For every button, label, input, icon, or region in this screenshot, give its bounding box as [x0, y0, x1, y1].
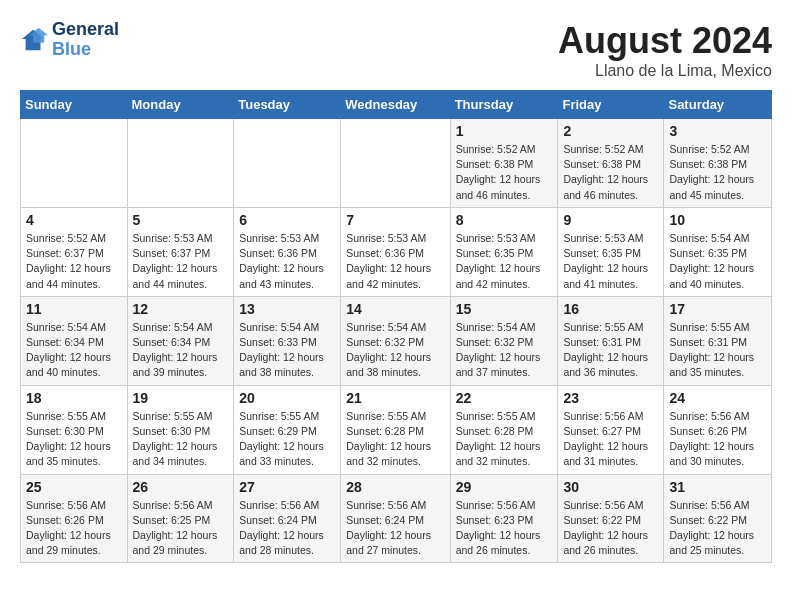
calendar-day: 23Sunrise: 5:56 AM Sunset: 6:27 PM Dayli…: [558, 385, 664, 474]
calendar-day-empty: [341, 119, 450, 208]
weekday-header: Friday: [558, 91, 664, 119]
day-number: 19: [133, 390, 229, 406]
day-number: 11: [26, 301, 122, 317]
day-info: Sunrise: 5:54 AM Sunset: 6:33 PM Dayligh…: [239, 320, 335, 381]
calendar-day: 7Sunrise: 5:53 AM Sunset: 6:36 PM Daylig…: [341, 207, 450, 296]
title-block: August 2024 Llano de la Lima, Mexico: [558, 20, 772, 80]
calendar-day: 21Sunrise: 5:55 AM Sunset: 6:28 PM Dayli…: [341, 385, 450, 474]
day-number: 1: [456, 123, 553, 139]
calendar-day: 25Sunrise: 5:56 AM Sunset: 6:26 PM Dayli…: [21, 474, 128, 563]
calendar-day-empty: [127, 119, 234, 208]
calendar-day: 16Sunrise: 5:55 AM Sunset: 6:31 PM Dayli…: [558, 296, 664, 385]
logo: General Blue: [20, 20, 119, 60]
calendar-day: 9Sunrise: 5:53 AM Sunset: 6:35 PM Daylig…: [558, 207, 664, 296]
day-info: Sunrise: 5:54 AM Sunset: 6:34 PM Dayligh…: [133, 320, 229, 381]
day-number: 12: [133, 301, 229, 317]
day-number: 31: [669, 479, 766, 495]
day-number: 26: [133, 479, 229, 495]
day-info: Sunrise: 5:52 AM Sunset: 6:38 PM Dayligh…: [669, 142, 766, 203]
day-info: Sunrise: 5:56 AM Sunset: 6:26 PM Dayligh…: [26, 498, 122, 559]
day-number: 22: [456, 390, 553, 406]
weekday-header: Monday: [127, 91, 234, 119]
day-info: Sunrise: 5:55 AM Sunset: 6:28 PM Dayligh…: [456, 409, 553, 470]
calendar-day: 30Sunrise: 5:56 AM Sunset: 6:22 PM Dayli…: [558, 474, 664, 563]
day-info: Sunrise: 5:54 AM Sunset: 6:32 PM Dayligh…: [346, 320, 444, 381]
calendar-week-row: 18Sunrise: 5:55 AM Sunset: 6:30 PM Dayli…: [21, 385, 772, 474]
calendar-body: 1Sunrise: 5:52 AM Sunset: 6:38 PM Daylig…: [21, 119, 772, 563]
day-number: 15: [456, 301, 553, 317]
calendar-week-row: 4Sunrise: 5:52 AM Sunset: 6:37 PM Daylig…: [21, 207, 772, 296]
day-number: 23: [563, 390, 658, 406]
day-info: Sunrise: 5:52 AM Sunset: 6:38 PM Dayligh…: [456, 142, 553, 203]
day-number: 9: [563, 212, 658, 228]
calendar-day: 29Sunrise: 5:56 AM Sunset: 6:23 PM Dayli…: [450, 474, 558, 563]
calendar-week-row: 25Sunrise: 5:56 AM Sunset: 6:26 PM Dayli…: [21, 474, 772, 563]
day-number: 14: [346, 301, 444, 317]
logo-text: General Blue: [52, 20, 119, 60]
day-number: 7: [346, 212, 444, 228]
day-info: Sunrise: 5:56 AM Sunset: 6:23 PM Dayligh…: [456, 498, 553, 559]
day-number: 3: [669, 123, 766, 139]
calendar-day: 3Sunrise: 5:52 AM Sunset: 6:38 PM Daylig…: [664, 119, 772, 208]
weekday-header: Saturday: [664, 91, 772, 119]
calendar-day: 19Sunrise: 5:55 AM Sunset: 6:30 PM Dayli…: [127, 385, 234, 474]
day-info: Sunrise: 5:53 AM Sunset: 6:35 PM Dayligh…: [563, 231, 658, 292]
day-number: 28: [346, 479, 444, 495]
day-info: Sunrise: 5:55 AM Sunset: 6:29 PM Dayligh…: [239, 409, 335, 470]
weekday-header: Tuesday: [234, 91, 341, 119]
day-info: Sunrise: 5:54 AM Sunset: 6:34 PM Dayligh…: [26, 320, 122, 381]
calendar-week-row: 11Sunrise: 5:54 AM Sunset: 6:34 PM Dayli…: [21, 296, 772, 385]
calendar-day: 6Sunrise: 5:53 AM Sunset: 6:36 PM Daylig…: [234, 207, 341, 296]
logo-icon: [20, 26, 48, 54]
calendar-table: SundayMondayTuesdayWednesdayThursdayFrid…: [20, 90, 772, 563]
day-number: 24: [669, 390, 766, 406]
calendar-day: 12Sunrise: 5:54 AM Sunset: 6:34 PM Dayli…: [127, 296, 234, 385]
day-number: 30: [563, 479, 658, 495]
day-info: Sunrise: 5:54 AM Sunset: 6:32 PM Dayligh…: [456, 320, 553, 381]
day-info: Sunrise: 5:55 AM Sunset: 6:28 PM Dayligh…: [346, 409, 444, 470]
weekday-header: Thursday: [450, 91, 558, 119]
day-info: Sunrise: 5:56 AM Sunset: 6:22 PM Dayligh…: [669, 498, 766, 559]
day-info: Sunrise: 5:55 AM Sunset: 6:30 PM Dayligh…: [26, 409, 122, 470]
day-info: Sunrise: 5:55 AM Sunset: 6:31 PM Dayligh…: [669, 320, 766, 381]
calendar-day: 14Sunrise: 5:54 AM Sunset: 6:32 PM Dayli…: [341, 296, 450, 385]
day-number: 16: [563, 301, 658, 317]
calendar-day: 5Sunrise: 5:53 AM Sunset: 6:37 PM Daylig…: [127, 207, 234, 296]
calendar-day: 20Sunrise: 5:55 AM Sunset: 6:29 PM Dayli…: [234, 385, 341, 474]
day-number: 6: [239, 212, 335, 228]
location-title: Llano de la Lima, Mexico: [558, 62, 772, 80]
calendar-day-empty: [234, 119, 341, 208]
day-number: 2: [563, 123, 658, 139]
day-number: 29: [456, 479, 553, 495]
calendar-day: 10Sunrise: 5:54 AM Sunset: 6:35 PM Dayli…: [664, 207, 772, 296]
day-info: Sunrise: 5:55 AM Sunset: 6:31 PM Dayligh…: [563, 320, 658, 381]
day-number: 5: [133, 212, 229, 228]
day-info: Sunrise: 5:56 AM Sunset: 6:27 PM Dayligh…: [563, 409, 658, 470]
calendar-day-empty: [21, 119, 128, 208]
calendar-header: SundayMondayTuesdayWednesdayThursdayFrid…: [21, 91, 772, 119]
day-info: Sunrise: 5:53 AM Sunset: 6:36 PM Dayligh…: [346, 231, 444, 292]
day-info: Sunrise: 5:52 AM Sunset: 6:38 PM Dayligh…: [563, 142, 658, 203]
day-number: 10: [669, 212, 766, 228]
day-number: 25: [26, 479, 122, 495]
day-info: Sunrise: 5:53 AM Sunset: 6:36 PM Dayligh…: [239, 231, 335, 292]
day-number: 18: [26, 390, 122, 406]
day-info: Sunrise: 5:55 AM Sunset: 6:30 PM Dayligh…: [133, 409, 229, 470]
day-number: 21: [346, 390, 444, 406]
day-info: Sunrise: 5:53 AM Sunset: 6:37 PM Dayligh…: [133, 231, 229, 292]
day-info: Sunrise: 5:56 AM Sunset: 6:26 PM Dayligh…: [669, 409, 766, 470]
calendar-day: 8Sunrise: 5:53 AM Sunset: 6:35 PM Daylig…: [450, 207, 558, 296]
calendar-day: 22Sunrise: 5:55 AM Sunset: 6:28 PM Dayli…: [450, 385, 558, 474]
weekday-header: Wednesday: [341, 91, 450, 119]
calendar-day: 18Sunrise: 5:55 AM Sunset: 6:30 PM Dayli…: [21, 385, 128, 474]
day-info: Sunrise: 5:56 AM Sunset: 6:24 PM Dayligh…: [346, 498, 444, 559]
calendar-day: 13Sunrise: 5:54 AM Sunset: 6:33 PM Dayli…: [234, 296, 341, 385]
day-info: Sunrise: 5:53 AM Sunset: 6:35 PM Dayligh…: [456, 231, 553, 292]
calendar-day: 24Sunrise: 5:56 AM Sunset: 6:26 PM Dayli…: [664, 385, 772, 474]
day-info: Sunrise: 5:56 AM Sunset: 6:25 PM Dayligh…: [133, 498, 229, 559]
day-number: 4: [26, 212, 122, 228]
day-info: Sunrise: 5:54 AM Sunset: 6:35 PM Dayligh…: [669, 231, 766, 292]
calendar-day: 11Sunrise: 5:54 AM Sunset: 6:34 PM Dayli…: [21, 296, 128, 385]
day-info: Sunrise: 5:56 AM Sunset: 6:22 PM Dayligh…: [563, 498, 658, 559]
day-info: Sunrise: 5:52 AM Sunset: 6:37 PM Dayligh…: [26, 231, 122, 292]
